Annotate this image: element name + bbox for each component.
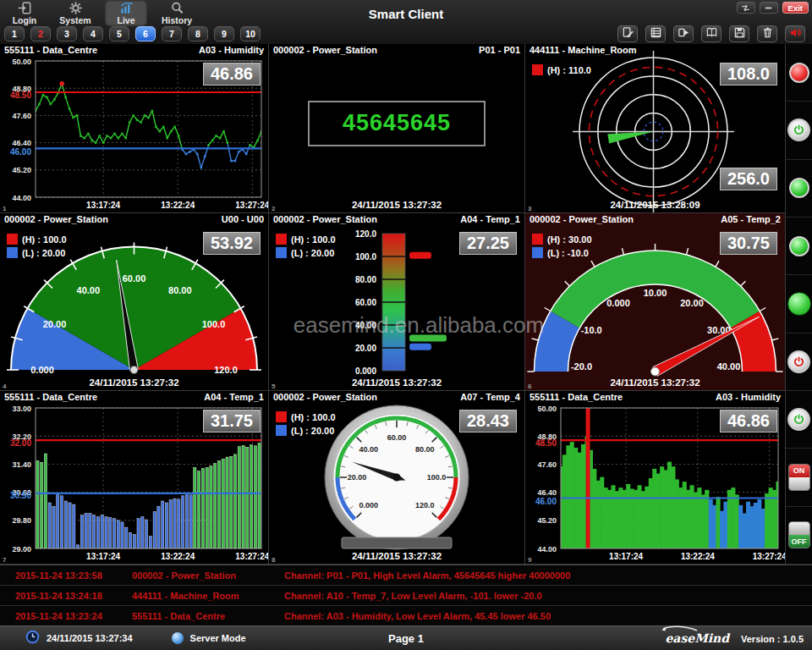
panel-channel: U00 - U00 — [222, 214, 264, 224]
power-icon — [792, 355, 806, 369]
alarm-station: 444111 - Machine_Room — [132, 591, 284, 601]
save-icon — [733, 26, 746, 42]
green-power-button[interactable] — [787, 118, 810, 141]
svg-text:13:22:24: 13:22:24 — [161, 201, 195, 210]
alarm-row[interactable]: 2015-11-24 13:23:24555111 - Data_CentreC… — [0, 606, 812, 626]
value-display: 31.75 — [203, 410, 261, 432]
panel-channel: A04 - Temp_1 — [460, 214, 520, 224]
panel-index: 4 — [3, 383, 6, 390]
alarm-station: 000002 - Power_Station — [132, 570, 284, 581]
tab-5[interactable]: 5 — [109, 26, 129, 41]
numeric-readout: 45645645 — [308, 101, 486, 146]
svg-text:50.00: 50.00 — [12, 58, 31, 66]
panel-station: 000002 - Power_Station — [4, 214, 108, 224]
svg-text:13:27:24: 13:27:24 — [753, 552, 785, 561]
export-button[interactable] — [673, 25, 694, 42]
status-right: easeMind Version : 1.0.5 — [665, 631, 804, 645]
brand-logo: easeMind — [665, 631, 729, 645]
panel-index: 5 — [272, 383, 275, 390]
off-switch[interactable]: OFF — [788, 521, 810, 548]
panel-timestamp: 24/11/2015 13:27:32 — [525, 377, 785, 388]
svg-text:47.60: 47.60 — [12, 112, 31, 120]
svg-text:40.00: 40.00 — [355, 321, 376, 330]
exit-button[interactable]: Exit — [782, 2, 809, 14]
tab-2[interactable]: 2 — [30, 26, 51, 41]
tab-6[interactable]: 6 — [135, 26, 156, 41]
svg-text:100.0: 100.0 — [427, 473, 447, 482]
svg-text:44.00: 44.00 — [12, 194, 31, 202]
panel-legend: (H) : 100.0 (L) : 20.00 — [7, 234, 67, 261]
panel-index: 3 — [528, 205, 531, 212]
on-switch-label: ON — [789, 465, 809, 477]
value-display-bottom: 256.0 — [720, 168, 777, 190]
minimize-button[interactable] — [760, 2, 778, 14]
grid-icon — [650, 26, 662, 42]
svg-text:100.0: 100.0 — [355, 252, 376, 262]
alarm-row[interactable]: 2015-11-24 13:23:58000002 - Power_Statio… — [0, 565, 812, 586]
red-led-button[interactable] — [789, 63, 809, 83]
svg-text:46.00: 46.00 — [10, 147, 31, 157]
tab-3[interactable]: 3 — [57, 26, 77, 41]
svg-text:13:22:24: 13:22:24 — [681, 552, 715, 561]
panel-channel: P01 - P01 — [479, 45, 520, 55]
panel-legend: (H) : 30.00 (L) : -10.0 — [532, 234, 592, 261]
tab-10[interactable]: 10 — [240, 26, 261, 41]
panel-station: 000002 - Power_Station — [273, 45, 377, 55]
tab-8[interactable]: 8 — [188, 26, 208, 41]
brand-swoosh-icon — [660, 625, 699, 634]
svg-text:46.00: 46.00 — [535, 497, 557, 506]
low-limit-label: (L) : 20.00 — [291, 426, 334, 436]
green-led-button[interactable] — [789, 178, 809, 198]
svg-text:47.60: 47.60 — [537, 460, 557, 469]
high-limit-swatch — [276, 411, 287, 422]
tab-4[interactable]: 4 — [83, 26, 103, 41]
edit-button[interactable] — [617, 25, 638, 42]
red-power-button[interactable] — [787, 350, 810, 373]
value-display: 53.92 — [203, 232, 261, 255]
dashboard-grid: 555111 - Data_CentreA03 - Humidity 50.00… — [0, 44, 812, 565]
svg-text:20.00: 20.00 — [355, 344, 376, 353]
high-limit-label: (H) : 100.0 — [291, 234, 336, 245]
power-icon — [792, 123, 806, 137]
svg-text:46.40: 46.40 — [537, 488, 557, 497]
save-button[interactable] — [729, 25, 749, 42]
svg-text:20.00: 20.00 — [348, 473, 367, 482]
low-limit-label: (L) : 20.00 — [22, 248, 65, 258]
tab-1[interactable]: 1 — [4, 26, 25, 41]
tab-7[interactable]: 7 — [162, 26, 182, 41]
panel-station: 555111 - Data_Centre — [4, 45, 97, 55]
svg-text:33.00: 33.00 — [12, 405, 31, 413]
svg-text:0.000: 0.000 — [359, 501, 379, 510]
minimize-icon — [764, 3, 773, 13]
sidebar-cell — [786, 102, 812, 159]
alarm-list: 2015-11-24 13:23:58000002 - Power_Statio… — [0, 565, 812, 625]
book-button[interactable] — [701, 25, 721, 42]
toolbar — [617, 25, 805, 42]
grid-button[interactable] — [645, 25, 666, 42]
export-icon — [678, 26, 690, 42]
panel-channel: A03 - Humidity — [199, 45, 264, 55]
panel-index: 2 — [272, 205, 275, 212]
switch-view-button[interactable] — [737, 2, 755, 14]
sidebar-cell — [786, 218, 812, 275]
green-power-button[interactable] — [787, 408, 810, 431]
alarm-row[interactable]: 2015-11-24 13:24:18444111 - Machine_Room… — [0, 586, 812, 606]
value-display: 30.75 — [720, 232, 777, 255]
on-switch[interactable]: ON — [788, 464, 810, 491]
speaker-button[interactable] — [785, 25, 805, 42]
green-ball-button[interactable] — [787, 292, 811, 316]
svg-text:80.00: 80.00 — [168, 285, 192, 295]
svg-text:60.00: 60.00 — [123, 273, 146, 284]
svg-text:48.50: 48.50 — [10, 91, 31, 100]
panel-arc-gauge: 000002 - Power_StationA05 - Temp_2 -20.0… — [525, 213, 786, 391]
panel-station: 444111 - Machine_Room — [529, 45, 637, 55]
high-limit-swatch — [7, 234, 18, 245]
high-limit-swatch — [532, 64, 543, 75]
high-limit-label: (H) : 110.0 — [547, 65, 591, 75]
panel-legend: (H) : 100.0 (L) : 20.00 — [276, 234, 336, 261]
low-limit-label: (L) : -10.0 — [547, 248, 589, 258]
tab-9[interactable]: 9 — [214, 26, 234, 41]
panel-humidity-area-chart: 555111 - Data_CentreA03 - Humidity 50.00… — [525, 391, 786, 565]
trash-button[interactable] — [757, 25, 777, 42]
green-led-button[interactable] — [789, 236, 809, 256]
